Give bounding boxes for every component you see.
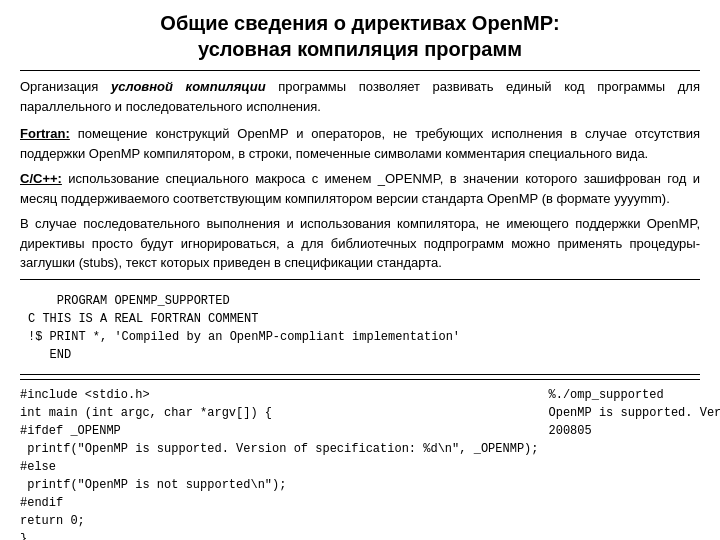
note-section: В случае последовательного выполнения и … (20, 214, 700, 273)
cpp-label: C/C++: (20, 171, 62, 186)
cpp-section: C/C++: использование специального макрос… (20, 169, 700, 208)
code1-top-divider (20, 279, 700, 280)
code2-top-divider (20, 379, 700, 380)
fortran-code-block: PROGRAM OPENMP_SUPPORTED C THIS IS A REA… (20, 286, 700, 375)
page-title: Общие сведения о директивах OpenMP: усло… (20, 10, 700, 62)
fortran-section: Fortran: помещение конструкций OpenMP и … (20, 124, 700, 163)
title-divider (20, 70, 700, 71)
fortran-code: PROGRAM OPENMP_SUPPORTED C THIS IS A REA… (20, 286, 700, 370)
fortran-label: Fortran: (20, 126, 70, 141)
c-code: #include <stdio.h> int main (int argc, c… (20, 386, 538, 541)
c-code-section: #include <stdio.h> int main (int argc, c… (20, 386, 700, 541)
intro-paragraph: Организация условной компиляции программ… (20, 77, 700, 116)
output-block: %./omp_supported OpenMP is supported. Ve… (538, 386, 720, 440)
